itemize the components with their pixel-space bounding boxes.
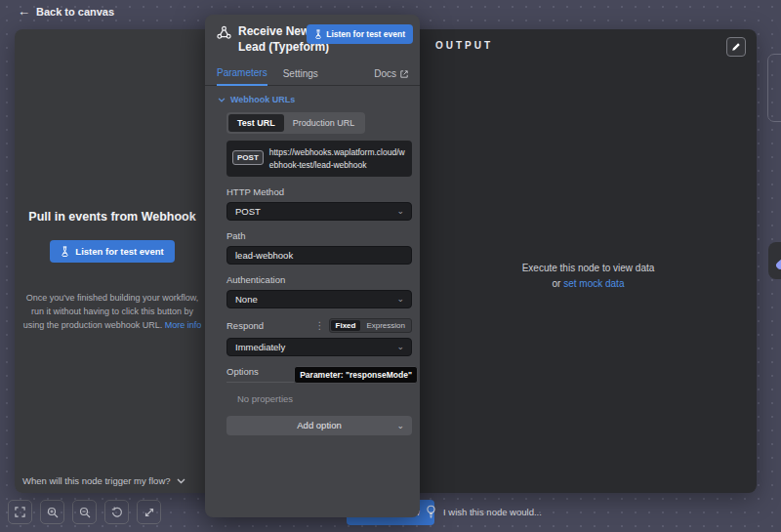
zoom-out-button[interactable] <box>72 500 97 524</box>
trigger-question-toggle[interactable]: When will this node trigger my flow? <box>22 475 185 486</box>
path-label: Path <box>226 230 412 241</box>
http-method-label: HTTP Method <box>226 186 412 197</box>
fixed-expression-toggle: Fixed Expression <box>329 318 412 333</box>
path-input[interactable]: lead-webhook <box>226 246 412 265</box>
reset-zoom-button[interactable] <box>104 500 129 524</box>
webhook-url-text: https://webhooks.waplatform.cloud/webhoo… <box>269 146 406 171</box>
zoom-in-button[interactable] <box>40 500 64 524</box>
input-panel-title: Pull in events from Webhook <box>20 210 205 224</box>
add-option-button[interactable]: Add option ⌄ <box>226 416 412 435</box>
webhook-url-display[interactable]: POST https://webhooks.waplatform.cloud/w… <box>226 141 412 177</box>
production-url-tab[interactable]: Production URL <box>284 114 364 132</box>
parameter-tooltip: Parameter: "responseMode" <box>294 366 418 384</box>
webhook-icon <box>217 25 231 40</box>
http-method-value: POST <box>235 206 261 217</box>
http-method-badge: POST <box>232 150 264 165</box>
webhook-urls-label: Webhook URLs <box>230 95 295 104</box>
no-properties-text: No properties <box>237 393 409 404</box>
assistant-fab-partial[interactable] <box>768 242 781 279</box>
pencil-icon <box>731 42 741 52</box>
zoom-in-icon <box>47 507 59 518</box>
listen-test-event-button-modal[interactable]: Listen for test event <box>307 24 413 44</box>
back-to-canvas-link[interactable]: ← Back to canvas <box>18 5 114 18</box>
chevron-down-icon: ⌄ <box>396 206 404 216</box>
tab-settings[interactable]: Settings <box>283 68 318 85</box>
back-arrow-icon: ← <box>18 5 30 18</box>
output-empty-message: Execute this node to view data <box>420 261 757 276</box>
respond-value: Immediately <box>235 342 285 352</box>
path-value: lead-webhook <box>235 250 293 261</box>
listen-test-event-button-left[interactable]: Listen for test event <box>50 240 174 263</box>
add-option-label: Add option <box>297 420 341 430</box>
tab-parameters[interactable]: Parameters <box>217 67 267 86</box>
fit-view-button[interactable] <box>8 500 32 524</box>
authentication-label: Authentication <box>226 274 412 285</box>
tidy-up-icon <box>144 507 155 518</box>
listen-test-event-label: Listen for test event <box>326 29 405 39</box>
http-method-select[interactable]: POST ⌄ <box>226 202 412 221</box>
docs-label: Docs <box>374 68 396 79</box>
respond-label: Respond <box>226 320 264 331</box>
external-link-icon <box>400 70 408 78</box>
output-panel: OUTPUT Execute this node to view data or… <box>420 29 757 493</box>
chevron-down-icon <box>218 98 226 102</box>
output-empty-prefix: or <box>553 278 564 289</box>
chevron-down-icon <box>177 478 185 484</box>
tidy-up-button[interactable] <box>137 500 161 524</box>
fixed-pill[interactable]: Fixed <box>331 320 361 331</box>
test-url-tab[interactable]: Test URL <box>228 114 284 132</box>
edit-output-button[interactable] <box>726 37 746 57</box>
more-info-link[interactable]: More info <box>165 320 202 330</box>
lightbulb-icon <box>426 505 436 518</box>
chevron-down-icon: ⌄ <box>396 294 404 304</box>
flask-icon <box>61 246 69 257</box>
canvas-zoom-controls <box>8 500 161 524</box>
authentication-value: None <box>235 294 258 305</box>
expression-pill[interactable]: Expression <box>361 320 410 331</box>
output-panel-header: OUTPUT <box>435 40 493 51</box>
tab-docs[interactable]: Docs <box>374 68 408 85</box>
trigger-question-label: When will this node trigger my flow? <box>22 475 171 486</box>
wish-input[interactable]: I wish this node would... <box>426 505 542 518</box>
webhook-urls-section-toggle[interactable]: Webhook URLs <box>218 95 409 104</box>
listen-test-event-label: Listen for test event <box>75 246 163 257</box>
assistant-swoosh-icon <box>774 249 781 271</box>
kebab-menu-icon[interactable]: ⋮ <box>311 320 329 331</box>
respond-select[interactable]: Immediately ⌄ <box>226 338 412 356</box>
fit-view-icon <box>15 507 25 517</box>
authentication-select[interactable]: None ⌄ <box>226 290 412 308</box>
reset-zoom-icon <box>111 507 123 518</box>
flask-icon <box>314 29 322 39</box>
chevron-down-icon: ⌄ <box>396 342 404 351</box>
node-settings-modal: Receive New Lead (Typeform) Listen for t… <box>205 15 420 517</box>
zoom-out-icon <box>79 507 91 518</box>
set-mock-data-link[interactable]: set mock data <box>563 278 624 289</box>
partial-canvas-node <box>767 54 781 122</box>
back-to-canvas-label: Back to canvas <box>36 6 114 18</box>
wish-placeholder: I wish this node would... <box>443 507 542 517</box>
chevron-down-icon: ⌄ <box>396 421 404 430</box>
url-mode-toggle: Test URL Production URL <box>226 112 365 134</box>
